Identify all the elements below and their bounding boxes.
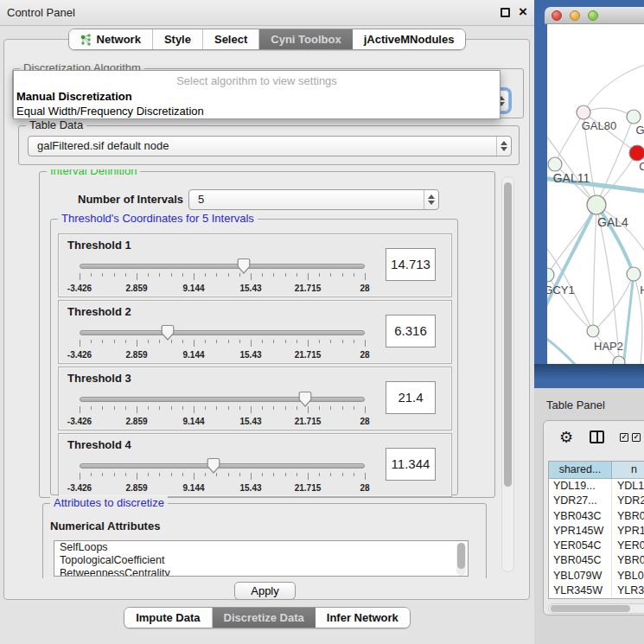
minimize-traffic-light-icon[interactable] (570, 10, 580, 21)
settings-scrollbar-thumb[interactable] (504, 182, 512, 487)
network-edge[interactable] (583, 63, 644, 112)
gear-icon[interactable]: ⚙ (559, 428, 573, 447)
zoom-traffic-light-icon[interactable] (588, 10, 598, 21)
list-scrollbar[interactable] (456, 543, 466, 576)
cell-name[interactable]: YBR043C (612, 509, 644, 524)
network-canvas[interactable]: GAL80GACGAL11GAL4GCY1HHAP2 (547, 24, 644, 364)
network-edge[interactable] (555, 112, 583, 164)
tab-discretize-data[interactable]: Discretize Data (213, 608, 316, 628)
network-node[interactable] (613, 356, 625, 364)
slider-track[interactable] (80, 330, 365, 335)
network-edge-highlighted[interactable] (623, 274, 634, 364)
table-row[interactable]: YBR045CYBR045C (549, 553, 644, 568)
table-scrollbar-thumb[interactable] (551, 605, 630, 612)
slider-track[interactable] (80, 264, 365, 269)
network-edge-highlighted[interactable] (547, 335, 595, 364)
tab-style[interactable]: Style (153, 29, 203, 49)
slider-track[interactable] (80, 397, 365, 402)
select-columns-icon[interactable]: ✓ (620, 433, 628, 442)
network-node[interactable] (627, 267, 641, 281)
table-row[interactable]: YPR145WYPR145W (549, 524, 644, 539)
close-icon[interactable]: × (519, 3, 527, 21)
table-horizontal-scrollbar[interactable] (548, 603, 644, 614)
cell-name[interactable]: YDR27 (612, 494, 644, 508)
cell-shared-name[interactable]: YLR345W (549, 583, 612, 598)
column-header-name[interactable]: n (612, 462, 644, 479)
attribute-list-item[interactable]: SelfLoops (54, 541, 468, 554)
network-node[interactable] (627, 110, 641, 124)
cell-shared-name[interactable]: YER054C (549, 539, 612, 553)
tab-network[interactable]: Network (69, 29, 153, 49)
table-row[interactable]: YBL079WYBL079W (549, 569, 644, 583)
cell-name[interactable]: YBR045C (612, 553, 644, 568)
cell-shared-name[interactable]: YDL19... (549, 479, 612, 494)
tab-select[interactable]: Select (203, 29, 259, 49)
attribute-list-item[interactable]: TopologicalCoefficient (54, 554, 468, 567)
cell-name[interactable]: YPR145W (612, 524, 644, 539)
numerical-attributes-list[interactable]: SelfLoopsTopologicalCoefficientBetweenne… (54, 540, 469, 577)
cell-name[interactable]: YDL19 (612, 479, 644, 494)
table-row[interactable]: YER054CYER054C (549, 539, 644, 553)
network-edge[interactable] (547, 205, 596, 275)
threshold-value-field[interactable]: 21.4 (386, 381, 436, 414)
slider-scale-label: 28 (360, 417, 369, 426)
dropdown-option-equal-width[interactable]: Equal Width/Frequency Discretization (16, 105, 204, 118)
threshold-value-field[interactable]: 6.316 (386, 315, 436, 348)
tab-infer-network[interactable]: Infer Network (316, 608, 410, 628)
slider-thumb[interactable] (237, 258, 251, 278)
cell-name[interactable]: YLR345W (612, 583, 644, 598)
threshold-slider[interactable]: -3.4262.8599.14415.4321.71528 (73, 390, 375, 430)
network-node[interactable] (629, 145, 644, 161)
table-data-combobox[interactable]: galFiltered.sif default node (28, 136, 512, 156)
number-of-intervals-combobox[interactable]: 5 (188, 189, 439, 210)
tab-cyni-toolbox[interactable]: Cyni Toolbox (259, 29, 352, 49)
float-window-icon[interactable] (501, 8, 510, 17)
cell-shared-name[interactable]: YBR045C (549, 553, 612, 568)
column-header-shared-name[interactable]: shared... (549, 462, 612, 479)
slider-thumb[interactable] (207, 457, 220, 478)
tab-impute-data[interactable]: Impute Data (124, 608, 212, 628)
slider-track[interactable] (80, 463, 365, 469)
table-row[interactable]: YLR345WYLR345W (549, 583, 644, 598)
threshold-value-field[interactable]: 11.344 (386, 448, 436, 481)
cell-shared-name[interactable]: YDR27... (549, 494, 612, 508)
threshold-slider[interactable]: -3.4262.8599.14415.4321.71528 (73, 257, 375, 296)
network-node[interactable] (548, 157, 562, 171)
table-row[interactable]: YDR27...YDR27 (549, 494, 644, 508)
threshold-slider[interactable]: -3.4262.8599.14415.4321.71528 (73, 323, 375, 363)
attribute-list-item[interactable]: BetweennessCentrality (54, 567, 468, 577)
threshold-slider[interactable]: -3.4262.8599.14415.4321.71528 (73, 456, 375, 496)
cell-name[interactable]: YBL079W (612, 569, 644, 583)
node-table[interactable]: shared... n YDL19...YDL19YDR27...YDR27YB… (548, 461, 644, 599)
network-node[interactable] (587, 195, 606, 214)
network-node[interactable] (587, 325, 599, 337)
network-node-label: GAL80 (582, 119, 616, 132)
tab-jactivemnodules[interactable]: jActiveMNodules (353, 29, 466, 49)
table-row[interactable]: YBR043CYBR043C (549, 509, 644, 524)
dropdown-option-manual[interactable]: Manual Discretization (16, 90, 132, 103)
cell-name[interactable]: YIL052C (612, 598, 644, 599)
table-row[interactable]: YIL052CYIL052C (549, 598, 644, 599)
table-row[interactable]: YDL19...YDL19 (549, 479, 644, 494)
control-panel: Control Panel × Network S (0, 0, 534, 644)
slider-thumb[interactable] (298, 391, 312, 411)
split-table-icon[interactable] (590, 430, 604, 443)
combo-stepper-icon (496, 137, 511, 156)
settings-vertical-scrollbar[interactable] (501, 176, 514, 572)
slider-thumb[interactable] (161, 324, 175, 345)
cell-shared-name[interactable]: YPR145W (549, 524, 612, 539)
cell-name[interactable]: YER054C (612, 539, 644, 553)
select-all-columns-icon[interactable]: ✓ (632, 433, 641, 442)
network-node[interactable] (547, 268, 554, 282)
cell-shared-name[interactable]: YBR043C (549, 509, 612, 524)
cell-shared-name[interactable]: YIL052C (549, 598, 612, 599)
network-edge[interactable] (593, 205, 596, 331)
threshold-label: Threshold 4 (67, 438, 131, 451)
apply-button[interactable]: Apply (234, 582, 296, 600)
threshold-value-field[interactable]: 14.713 (386, 248, 436, 281)
close-traffic-light-icon[interactable] (552, 10, 562, 21)
slider-scale-label: -3.426 (67, 284, 92, 293)
network-node[interactable] (577, 105, 590, 119)
cell-shared-name[interactable]: YBL079W (549, 569, 612, 583)
network-edge[interactable] (583, 108, 634, 117)
